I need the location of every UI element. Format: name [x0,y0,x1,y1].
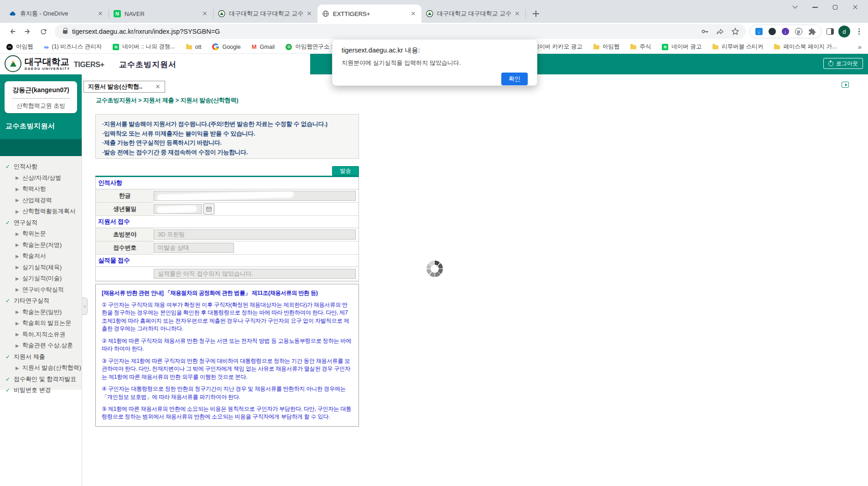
bookmark-naver-my[interactable]: N 네이버 :: 나의 경쟁... [113,43,175,51]
submenu-academic-books[interactable]: ▶학술저서 [0,251,82,262]
browser-tab-exttigers-active[interactable]: EXTTIGERS+ [317,5,421,23]
tab-close-icon[interactable] [201,10,208,17]
browser-menu-icon[interactable] [858,28,860,35]
tab-title: 대구대학교 대구대학교 교수 초 [229,10,303,18]
bookmark-label: 아임웹 [603,43,620,51]
close-icon[interactable] [845,1,865,14]
new-tab-button[interactable] [530,7,542,20]
breadcrumb: 교수초빙지원서 > 지원서 제출 > 지원서 발송(산학협력) [96,96,238,105]
notice-line: ·지원서를 발송해야 지원서가 접수됩니다.(주의!한번 발송한 자료는 수정할… [102,120,352,129]
submenu-practical-sports[interactable]: ▶실기실적(체육) [0,262,82,273]
calendar-button[interactable] [203,204,214,214]
bookmark-folder-removable-sticker[interactable]: 리무버블 스티커 [712,43,763,51]
browser-tab-onedrive[interactable]: 휴지통 - OneDrive [5,5,109,23]
url-bar[interactable]: tigersext.daegu.ac.kr/nxrun/index.jsp?SY… [55,24,746,39]
university-logo[interactable]: 대구대학교 DAEGU UNIVERSITY TIGERS+ [5,55,104,72]
menu-password-change[interactable]: ✓비밀번호 변경 [0,385,82,396]
bookmarks-overflow-icon[interactable]: » [858,43,862,51]
receipt-number-input[interactable]: 미발송 상태 [154,243,234,253]
minimize-icon[interactable] [805,1,825,14]
submenu-journal-general[interactable]: ▶학술논문(일반) [0,307,82,318]
browser-tab-daegu-2[interactable]: 대구대학교 대구대학교 교수 초 [421,5,525,23]
naver-icon: N [114,10,121,17]
submenu-industry-coop-plan[interactable]: ▶산학협력활동계획서 [0,206,82,217]
artifact-status-input[interactable]: 실적물은 아직 접수되지 않았습니다. [154,269,356,279]
submenu-personal-record[interactable]: ▶신상/자격/상벌 [0,172,82,184]
submenu-patents[interactable]: ▶특허,지적소유권 [0,329,82,340]
bookmark-naver-ads[interactable]: N 네이버 광고 [662,43,702,51]
arrow-icon: ▶ [16,343,19,348]
profile-avatar[interactable]: d [838,26,850,37]
birthdate-input[interactable] [154,204,202,214]
menu-personal-info[interactable]: ✓인적사항 [0,161,82,172]
extensions-puzzle-icon[interactable] [808,28,816,36]
arrow-icon: ▶ [16,309,19,314]
tab-close-icon[interactable] [306,10,313,17]
check-icon: ✓ [5,376,10,382]
side-panel-icon[interactable] [826,28,834,35]
submenu-conference-papers[interactable]: ▶학술회의 발표논문 [0,318,82,329]
bookmark-google[interactable]: Google [212,43,240,50]
confirm-button[interactable]: 확인 [501,73,528,85]
share-icon[interactable] [716,28,724,36]
bookmark-business-manager[interactable]: ∞ (1) 비즈니스 관리자 [44,43,102,51]
dark-extension-icon[interactable] [769,28,776,35]
tab-search-icon[interactable] [785,1,805,14]
receipt-number-label: 접수번호 [96,241,154,254]
submenu-send-application[interactable]: ▶지원서 발송(산학협력) [0,362,82,374]
download-manager-icon[interactable]: ↓ [755,28,763,35]
bookmark-folder-imweb[interactable]: 아임웹 [593,43,620,51]
menu-research-achievements[interactable]: ✓연구실적 [0,217,82,229]
submenu-practical-art[interactable]: ▶실기실적(미술) [0,273,82,284]
tab-title: 휴지통 - OneDrive [20,10,94,18]
back-icon[interactable] [5,25,20,38]
bookmark-label: 네이버 광고 [671,43,702,51]
bookmark-folder-facebook-page[interactable]: 페이스북 페이지 가... [774,43,837,51]
submenu-academic-awards[interactable]: ▶학술관련 수상,상훈 [0,340,82,351]
folder-icon [630,45,636,50]
menu-receipt-confirm[interactable]: ✓접수확인 및 합격자발표 [0,374,82,385]
open-new-window-icon[interactable] [842,82,849,88]
purple-downloader-icon[interactable]: ↓ [782,28,789,35]
tab-close-icon[interactable] [410,10,417,17]
redaction-smear [157,205,198,213]
content-tab[interactable]: 지원서 발송(산학협.. [83,81,165,93]
forward-icon[interactable] [20,25,36,38]
maximize-icon[interactable] [825,1,845,14]
bookmark-folder-stocks[interactable]: 주식 [630,43,651,51]
send-button[interactable]: 발송 [332,166,359,176]
bookmark-label: (1) 비즈니스 관리자 [52,43,102,51]
form-row-receipt-number: 접수번호 미발송 상태 [96,241,359,255]
browser-tab-daegu-1[interactable]: 대구대학교 대구대학교 교수 초 [213,5,317,23]
bookmark-star-icon[interactable] [731,27,739,36]
logout-button[interactable]: 로그아웃 [823,58,863,69]
submenu-degree-thesis[interactable]: ▶학위논문 [0,228,82,240]
form-row-invite-field: 초빙분야 3D 프린팅 [96,228,359,241]
bookmark-label: Gmail [260,44,275,50]
menu-application-submit[interactable]: ✓지원서 제출 [0,351,82,363]
sidebar-collapse-handle[interactable]: ‹ [82,298,88,315]
submenu-industry-career[interactable]: ▶산업체경력 [0,195,82,206]
invite-field-input[interactable]: 3D 프린팅 [154,230,356,240]
tab-close-icon[interactable] [97,10,104,17]
notice-line: ·입력착오 또는 서류 미제출자는 불이익을 받을 수 있습니다. [102,129,352,139]
browser-tab-naver[interactable]: N NAVER [109,5,213,23]
submenu-education[interactable]: ▶학력사항 [0,183,82,195]
reload-icon[interactable] [36,25,51,38]
arrow-icon: ▶ [16,231,19,236]
content-tab-close-icon[interactable] [155,84,161,89]
menu-other-research[interactable]: ✓기타연구실적 [0,295,82,307]
tab-close-icon[interactable] [514,10,521,17]
bookmark-imweb[interactable]: 아임웹 [6,43,33,51]
submenu-journal-renowned[interactable]: ▶학술논문(저명) [0,240,82,251]
imweb-icon [6,44,13,50]
password-key-icon[interactable] [701,27,709,36]
hangul-input[interactable] [154,191,356,201]
alert-dialog-title: tigersext.daegu.ac.kr 내용: [342,46,528,55]
bookmark-gmail[interactable]: M Gmail [252,43,275,50]
bookmark-folder-ott[interactable]: ott [186,44,202,50]
submenu-research-funds[interactable]: ▶연구비수탁실적 [0,284,82,296]
legal-notice-box: [채용서류 반환 관련 안내] 「채용절차의 공정화에 관한 법률」 제11조(… [95,284,359,427]
p-badge-icon[interactable]: p [795,28,802,35]
bookmark-label: 네이버 :: 나의 경쟁... [122,43,175,51]
